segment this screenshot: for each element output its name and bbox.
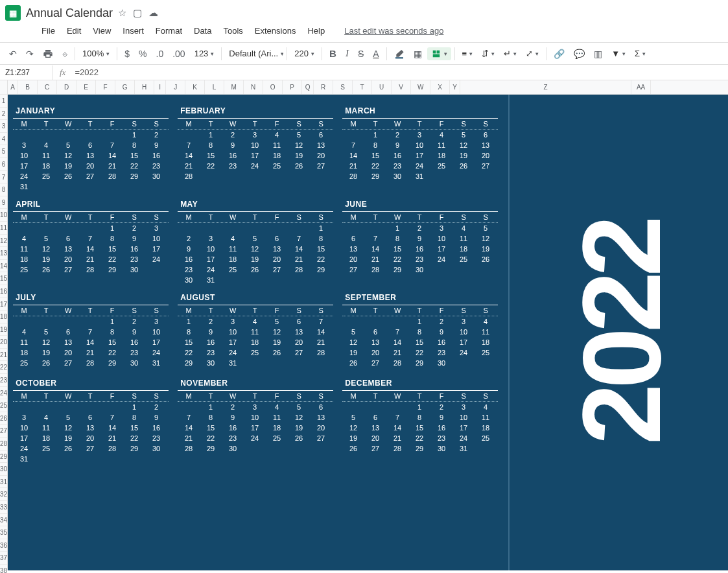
day-cell[interactable]: 27 [342, 264, 364, 275]
day-cell[interactable]: 27 [310, 433, 332, 443]
day-cell[interactable]: 14 [342, 150, 364, 161]
day-cell[interactable]: 3 [452, 402, 475, 412]
day-cell[interactable]: 1 [101, 316, 123, 327]
day-cell[interactable]: 2 [200, 316, 222, 327]
strikethrough-button[interactable]: S [354, 46, 368, 62]
day-cell[interactable]: 27 [57, 358, 79, 368]
day-cell[interactable] [13, 223, 35, 233]
day-cell[interactable] [79, 402, 101, 412]
day-cell[interactable] [244, 223, 266, 233]
day-cell[interactable]: 23 [408, 254, 430, 264]
star-icon[interactable]: ☆ [118, 7, 126, 19]
day-cell[interactable]: 24 [222, 347, 244, 358]
day-cell[interactable]: 1 [101, 223, 123, 233]
day-cell[interactable]: 27 [288, 347, 310, 358]
row-header-10[interactable]: 10 [0, 209, 7, 222]
day-cell[interactable]: 9 [145, 140, 167, 150]
filter-button[interactable]: ▼ [607, 47, 629, 60]
day-cell[interactable] [57, 130, 79, 140]
day-cell[interactable] [288, 454, 310, 456]
day-cell[interactable] [57, 181, 79, 192]
day-cell[interactable] [244, 443, 266, 454]
day-cell[interactable]: 26 [342, 443, 364, 454]
day-cell[interactable]: 12 [342, 337, 364, 347]
menu-data[interactable]: Data [189, 23, 217, 38]
day-cell[interactable] [57, 223, 79, 233]
day-cell[interactable]: 16 [178, 254, 200, 264]
day-cell[interactable]: 26 [452, 161, 475, 171]
day-cell[interactable]: 3 [222, 316, 244, 327]
day-cell[interactable]: 11 [222, 244, 244, 254]
row-header-15[interactable]: 15 [0, 272, 7, 285]
day-cell[interactable]: 7 [386, 327, 408, 337]
day-cell[interactable]: 29 [310, 264, 332, 275]
day-cell[interactable] [79, 368, 101, 371]
day-cell[interactable]: 21 [386, 347, 408, 358]
row-header-30[interactable]: 30 [0, 463, 7, 476]
day-cell[interactable]: 21 [288, 254, 310, 264]
day-cell[interactable]: 7 [101, 140, 123, 150]
day-cell[interactable]: 6 [288, 316, 310, 327]
day-cell[interactable]: 3 [430, 223, 452, 233]
day-cell[interactable] [430, 181, 452, 184]
day-cell[interactable]: 6 [79, 412, 101, 423]
day-cell[interactable]: 22 [364, 161, 386, 171]
day-cell[interactable]: 8 [123, 412, 145, 423]
row-header-4[interactable]: 4 [0, 133, 7, 146]
day-cell[interactable]: 14 [386, 423, 408, 433]
col-header-Q[interactable]: Q [302, 80, 314, 94]
day-cell[interactable] [408, 368, 430, 371]
day-cell[interactable] [310, 368, 332, 371]
day-cell[interactable]: 26 [266, 347, 288, 358]
day-cell[interactable]: 14 [79, 337, 101, 347]
day-cell[interactable] [79, 130, 101, 140]
day-cell[interactable] [386, 368, 408, 371]
day-cell[interactable]: 2 [123, 223, 145, 233]
day-cell[interactable] [430, 368, 452, 371]
col-header-AA[interactable]: AA [631, 80, 651, 94]
day-cell[interactable]: 27 [79, 171, 101, 181]
day-cell[interactable]: 31 [408, 171, 430, 181]
day-cell[interactable]: 3 [145, 316, 167, 327]
day-cell[interactable]: 10 [222, 327, 244, 337]
day-cell[interactable] [244, 171, 266, 181]
col-header-O[interactable]: O [263, 80, 283, 94]
day-cell[interactable]: 22 [408, 347, 430, 358]
col-header-E[interactable]: E [76, 80, 96, 94]
day-cell[interactable]: 7 [79, 233, 101, 244]
day-cell[interactable] [57, 316, 79, 327]
day-cell[interactable]: 8 [200, 140, 222, 150]
day-cell[interactable]: 30 [222, 443, 244, 454]
day-cell[interactable]: 19 [288, 150, 310, 161]
day-cell[interactable]: 5 [57, 412, 79, 423]
day-cell[interactable]: 21 [101, 433, 123, 443]
day-cell[interactable] [288, 171, 310, 181]
day-cell[interactable]: 24 [430, 254, 452, 264]
day-cell[interactable]: 9 [178, 244, 200, 254]
day-cell[interactable]: 2 [222, 402, 244, 412]
day-cell[interactable]: 3 [13, 412, 35, 423]
day-cell[interactable] [364, 316, 386, 327]
day-cell[interactable]: 28 [386, 443, 408, 454]
font-select[interactable]: Default (Ari... [225, 47, 283, 60]
row-header-1[interactable]: 1 [0, 95, 7, 108]
day-cell[interactable]: 5 [342, 412, 364, 423]
day-cell[interactable]: 4 [430, 130, 452, 140]
day-cell[interactable]: 3 [145, 223, 167, 233]
day-cell[interactable]: 4 [13, 327, 35, 337]
row-header-9[interactable]: 9 [0, 196, 7, 209]
day-cell[interactable]: 18 [452, 244, 475, 254]
day-cell[interactable]: 9 [430, 327, 452, 337]
day-cell[interactable] [452, 454, 475, 456]
day-cell[interactable]: 2 [178, 233, 200, 244]
day-cell[interactable]: 6 [475, 130, 497, 140]
day-cell[interactable]: 28 [101, 443, 123, 454]
day-cell[interactable] [386, 402, 408, 412]
day-cell[interactable]: 30 [145, 171, 167, 181]
day-cell[interactable]: 20 [79, 161, 101, 171]
day-cell[interactable]: 3 [244, 130, 266, 140]
day-cell[interactable]: 4 [475, 316, 497, 327]
day-cell[interactable]: 24 [244, 161, 266, 171]
day-cell[interactable]: 30 [430, 443, 452, 454]
row-header-33[interactable]: 33 [0, 501, 7, 514]
